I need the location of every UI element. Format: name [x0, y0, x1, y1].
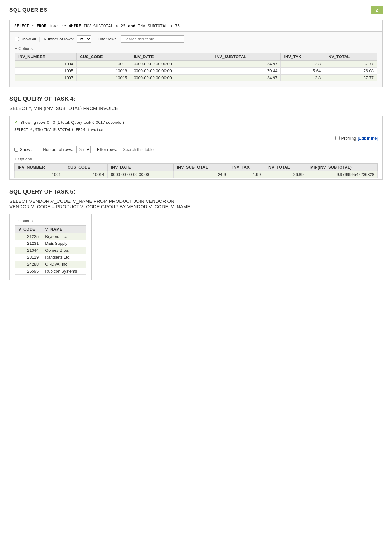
task4-showing-rows: ✔ Showing rows 0 - 0 (1 total, Query too… — [14, 119, 378, 125]
task5-col-v-name: V_NAME — [42, 226, 86, 233]
task4-col-inv-date: INV_DATE — [108, 164, 174, 171]
table-cell: 10015 — [77, 75, 130, 81]
task3-table: INV_NUMBER CUS_CODE INV_DATE INV_SUBTOTA… — [15, 53, 377, 81]
task4-table-header: INV_NUMBER CUS_CODE INV_DATE INV_SUBTOTA… — [15, 164, 378, 171]
table-cell: 34.97 — [212, 75, 281, 81]
table-cell: 37.77 — [324, 75, 377, 81]
table-cell: Randsets Ltd. — [42, 254, 86, 261]
task3-result-panel: Show all | Number of rows: 25 Filter row… — [9, 32, 383, 87]
task4-profiling-checkbox-row: Profiling [Edit inline] — [10, 135, 382, 143]
table-cell: 37.77 — [324, 61, 377, 68]
table-row: 25595Rubicon Systems — [15, 268, 86, 275]
task4-table: INV_NUMBER CUS_CODE INV_DATE INV_SUBTOTA… — [14, 163, 378, 178]
task4-profiling-checkbox[interactable] — [335, 136, 340, 140]
task4-col-cus-code: CUS_CODE — [64, 164, 107, 171]
task3-table-header: INV_NUMBER CUS_CODE INV_DATE INV_SUBTOTA… — [15, 53, 377, 61]
task4-separator: | — [39, 147, 40, 153]
table-row: 21344Gomez Bros. — [15, 247, 86, 254]
table-cell: 34.97 — [212, 61, 281, 68]
table-cell: 1001 — [15, 171, 64, 178]
page-number: 2 — [371, 6, 383, 14]
table-cell: 5.64 — [281, 68, 324, 75]
task4-options-link[interactable]: + Options — [14, 157, 32, 161]
task3-col-inv-date: INV_DATE — [130, 53, 212, 61]
table-cell: 0000-00-00 00:00:00 — [108, 171, 174, 178]
table-cell: 1004 — [15, 61, 77, 68]
table-cell: 0000-00-00 00:00:00 — [130, 75, 212, 81]
task3-filter-input[interactable] — [121, 35, 184, 43]
table-cell: Rubicon Systems — [42, 268, 86, 275]
task3-show-all-checkbox[interactable] — [15, 37, 19, 41]
task3-options-link[interactable]: + Options — [15, 46, 33, 51]
table-cell: 26.89 — [264, 171, 307, 178]
task3-filter-label: Filter rows: — [98, 37, 118, 41]
task4-select-line: SELECT *,MIN(INV_SUBTOTAL) FROM invoice — [14, 128, 378, 132]
task4-num-rows-label: Number of rows: — [43, 147, 73, 152]
table-cell: D&E Supply — [42, 240, 86, 247]
task4-query: SELECT *, MIN (INV_SUBTOTAL) FROM INVOIC… — [9, 105, 383, 111]
task3-col-inv-tax: INV_TAX — [281, 53, 324, 61]
task4-col-min-subtotal: MIN(INV_SUBTOTAL) — [307, 164, 377, 171]
table-row: 21225Bryson, Inc. — [15, 233, 86, 240]
task4-show-all-label[interactable]: Show all — [14, 147, 35, 152]
table-cell: 1005 — [15, 68, 77, 75]
task4-profiling-panel: ✔ Showing rows 0 - 0 (1 total, Query too… — [9, 116, 383, 180]
task4-col-inv-number: INV_NUMBER — [15, 164, 64, 171]
task4-controls-row: Show all | Number of rows: 25 Filter row… — [14, 146, 378, 153]
task4-col-inv-subtotal: INV_SUBTOTAL — [173, 164, 229, 171]
table-row: 1007100150000-00-00 00:00:0034.972.837.7… — [15, 75, 377, 81]
task5-options-link[interactable]: + Options — [15, 219, 33, 223]
task3-col-inv-subtotal: INV_SUBTOTAL — [212, 53, 281, 61]
table-cell: Bryson, Inc. — [42, 233, 86, 240]
task5-vendor-panel: + Options V_CODE V_NAME 21225Bryson, Inc… — [9, 214, 92, 280]
table-cell: 21231 — [15, 240, 42, 247]
table-cell: 9.979999542236328 — [307, 171, 377, 178]
task3-num-rows-select[interactable]: 25 — [77, 35, 91, 43]
task4-col-inv-tax: INV_TAX — [229, 164, 264, 171]
task4-heading: SQL QUERY OF TASK 4: — [9, 96, 383, 102]
table-cell: 21344 — [15, 247, 42, 254]
table-cell: ORDVA, Inc. — [42, 261, 86, 268]
table-cell: 21225 — [15, 233, 42, 240]
table-cell: 76.08 — [324, 68, 377, 75]
table-cell: 2.8 — [281, 61, 324, 68]
task4-col-inv-total: INV_TOTAL — [264, 164, 307, 171]
task5-col-v-code: V_CODE — [15, 226, 42, 233]
task3-col-inv-total: INV_TOTAL — [324, 53, 377, 61]
task3-query-box: SELECT * FROM invoice WHERE INV_SUBTOTAL… — [9, 20, 383, 32]
task4-profiling-label[interactable]: Profiling [Edit inline] — [335, 136, 378, 141]
table-cell: 10014 — [64, 171, 107, 178]
task3-show-all-label[interactable]: Show all — [15, 37, 36, 41]
table-cell: 24288 — [15, 261, 42, 268]
table-cell: 70.44 — [212, 68, 281, 75]
task5-heading: SQL QUERY OF TASK 5: — [9, 189, 383, 195]
table-cell: 1007 — [15, 75, 77, 81]
task5-query: SELECT VENDOR.V_CODE, V_NAME FROM PRODUC… — [9, 198, 383, 209]
task5-table: V_CODE V_NAME 21225Bryson, Inc.21231D&E … — [15, 225, 86, 275]
task3-separator: | — [39, 36, 40, 42]
page-title: SQL QUERIES — [9, 7, 47, 13]
task4-edit-inline-link[interactable]: [Edit inline] — [358, 136, 378, 141]
task3-controls: Show all | Number of rows: 25 Filter row… — [15, 35, 377, 43]
table-row: 1005100180000-00-00 00:00:0070.445.6476.… — [15, 68, 377, 75]
table-cell: Gomez Bros. — [42, 247, 86, 254]
task4-filter-label: Filter rows: — [97, 147, 117, 152]
table-cell: 1.99 — [229, 171, 264, 178]
table-row: 23119Randsets Ltd. — [15, 254, 86, 261]
task3-num-rows-label: Number of rows: — [44, 37, 74, 41]
task4-show-all-checkbox[interactable] — [14, 148, 18, 152]
check-icon: ✔ — [14, 119, 18, 125]
table-row: 24288ORDVA, Inc. — [15, 261, 86, 268]
task4-profiling-inner: ✔ Showing rows 0 - 0 (1 total, Query too… — [10, 116, 382, 132]
task3-col-cus-code: CUS_CODE — [77, 53, 130, 61]
table-row: 1001100140000-00-00 00:00:0024.91.9926.8… — [15, 171, 378, 178]
task3-query-code: SELECT * FROM invoice WHERE INV_SUBTOTAL… — [14, 23, 180, 28]
task4-filter-input[interactable] — [120, 146, 183, 153]
table-cell: 25595 — [15, 268, 42, 275]
table-cell: 23119 — [15, 254, 42, 261]
table-cell: 10011 — [77, 61, 130, 68]
task4-num-rows-select[interactable]: 25 — [76, 146, 91, 153]
table-cell: 2.8 — [281, 75, 324, 81]
table-cell: 0000-00-00 00:00:00 — [130, 61, 212, 68]
table-row: 1004100110000-00-00 00:00:0034.972.837.7… — [15, 61, 377, 68]
